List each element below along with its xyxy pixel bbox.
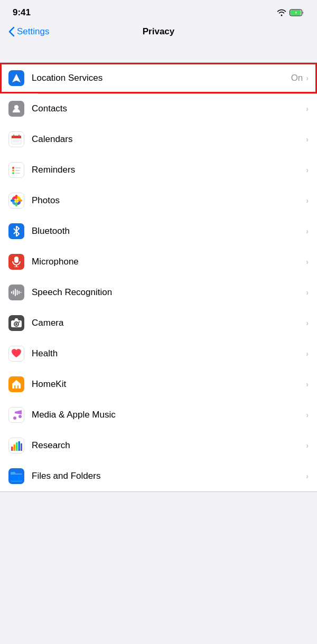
svg-point-17	[12, 169, 14, 172]
nav-bar: Settings Privacy	[0, 22, 317, 43]
row-microphone[interactable]: Microphone ›	[0, 247, 317, 277]
svg-rect-15	[17, 141, 18, 142]
section-gap	[0, 43, 317, 62]
row-media-apple-music[interactable]: Media & Apple Music ›	[0, 400, 317, 430]
svg-point-2	[14, 105, 18, 109]
speech-recognition-icon	[8, 285, 24, 300]
row-location-services[interactable]: Location Services On ›	[0, 63, 317, 93]
svg-point-18	[12, 172, 14, 174]
svg-rect-39	[21, 292, 22, 293]
back-label: Settings	[17, 26, 49, 37]
wifi-icon	[277, 9, 286, 16]
camera-chevron: ›	[306, 319, 309, 327]
svg-rect-48	[11, 447, 13, 451]
bluetooth-label: Bluetooth	[32, 226, 306, 236]
reminders-icon	[8, 162, 24, 178]
bluetooth-chevron: ›	[306, 227, 309, 235]
homekit-icon	[8, 376, 24, 392]
svg-point-46	[13, 416, 16, 420]
svg-rect-51	[18, 441, 21, 451]
media-apple-music-label: Media & Apple Music	[32, 410, 306, 420]
row-reminders[interactable]: Reminders ›	[0, 155, 317, 185]
svg-rect-49	[14, 444, 16, 451]
contacts-chevron: ›	[306, 105, 309, 113]
row-files-and-folders[interactable]: Files and Folders ›	[0, 461, 317, 491]
contacts-icon	[8, 101, 24, 117]
status-icons	[277, 9, 304, 16]
files-and-folders-chevron: ›	[306, 472, 309, 480]
svg-point-22	[15, 199, 18, 202]
settings-list: Location Services On › Contacts ›	[0, 62, 317, 492]
files-and-folders-icon	[8, 468, 24, 484]
svg-rect-43	[18, 321, 20, 323]
svg-rect-37	[17, 290, 18, 295]
svg-rect-9	[16, 140, 17, 140]
svg-rect-4	[12, 136, 21, 138]
health-chevron: ›	[306, 349, 309, 358]
battery-icon	[290, 9, 304, 16]
row-camera[interactable]: Camera ›	[0, 308, 317, 338]
row-health[interactable]: Health ›	[0, 338, 317, 369]
svg-rect-8	[14, 140, 15, 140]
calendars-icon	[8, 131, 24, 147]
speech-recognition-label: Speech Recognition	[32, 287, 306, 298]
research-icon	[8, 438, 24, 453]
back-button[interactable]: Settings	[8, 26, 49, 37]
svg-rect-14	[16, 141, 17, 142]
svg-point-16	[12, 167, 14, 169]
svg-rect-38	[18, 291, 20, 294]
location-services-label: Location Services	[32, 73, 291, 83]
svg-rect-36	[15, 289, 16, 296]
photos-icon	[8, 193, 24, 209]
svg-rect-13	[14, 141, 15, 142]
svg-rect-50	[16, 442, 18, 451]
media-apple-music-chevron: ›	[306, 411, 309, 419]
files-and-folders-label: Files and Folders	[32, 471, 306, 481]
photos-label: Photos	[32, 195, 306, 206]
microphone-icon	[8, 254, 24, 270]
photos-chevron: ›	[306, 196, 309, 205]
location-services-value: On	[291, 73, 303, 83]
microphone-chevron: ›	[306, 258, 309, 266]
contacts-label: Contacts	[32, 103, 306, 114]
row-contacts[interactable]: Contacts ›	[0, 93, 317, 124]
reminders-label: Reminders	[32, 165, 306, 175]
svg-point-47	[18, 415, 22, 418]
row-photos[interactable]: Photos ›	[0, 185, 317, 216]
homekit-label: HomeKit	[32, 379, 306, 390]
camera-label: Camera	[32, 318, 306, 328]
camera-icon	[8, 315, 24, 331]
svg-rect-52	[21, 443, 22, 451]
health-label: Health	[32, 348, 306, 359]
reminders-chevron: ›	[306, 166, 309, 174]
location-services-chevron: ›	[306, 74, 309, 82]
row-research[interactable]: Research ›	[0, 430, 317, 461]
row-calendars[interactable]: Calendars ›	[0, 124, 317, 155]
svg-rect-10	[17, 140, 18, 140]
svg-point-42	[15, 323, 17, 325]
page-title: Privacy	[143, 26, 175, 37]
calendars-chevron: ›	[306, 135, 309, 144]
status-time: 9:41	[13, 7, 31, 18]
bluetooth-icon	[8, 223, 24, 239]
homekit-chevron: ›	[306, 380, 309, 389]
research-chevron: ›	[306, 441, 309, 450]
research-label: Research	[32, 440, 306, 451]
svg-rect-35	[13, 290, 14, 295]
svg-rect-31	[14, 257, 18, 263]
microphone-label: Microphone	[32, 257, 306, 267]
svg-rect-34	[11, 291, 12, 293]
status-bar: 9:41	[0, 0, 317, 22]
row-speech-recognition[interactable]: Speech Recognition ›	[0, 277, 317, 308]
location-services-icon	[8, 70, 24, 86]
svg-rect-7	[13, 140, 14, 140]
row-bluetooth[interactable]: Bluetooth ›	[0, 216, 317, 247]
speech-recognition-chevron: ›	[306, 288, 309, 297]
svg-rect-45	[15, 385, 17, 389]
media-apple-music-icon	[8, 407, 24, 423]
svg-rect-11	[19, 140, 20, 140]
row-homekit[interactable]: HomeKit ›	[0, 369, 317, 400]
health-icon	[8, 346, 24, 362]
calendars-label: Calendars	[32, 134, 306, 145]
svg-rect-12	[13, 141, 14, 142]
